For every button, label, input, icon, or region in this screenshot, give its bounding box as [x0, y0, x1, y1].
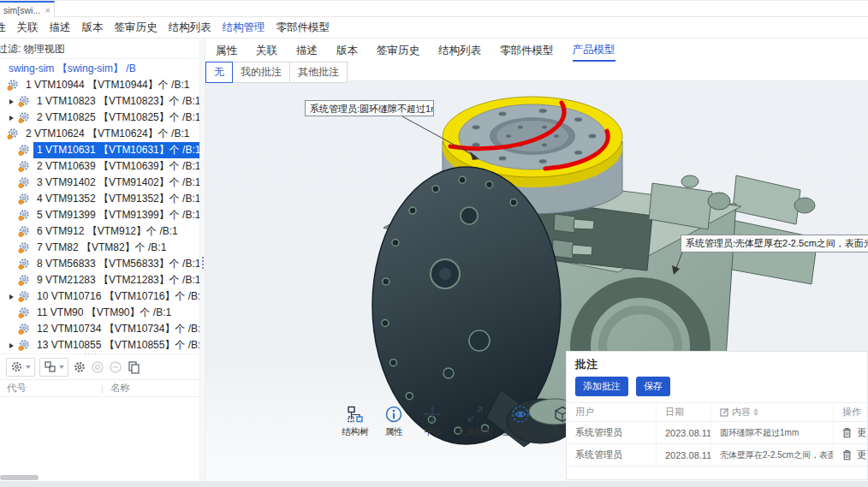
part-icon	[17, 111, 30, 124]
tree-item-label: 5 VTM91399 【VTM91399】个 /B:1	[33, 207, 199, 223]
tree-item-label: 12 VTM10734 【VTM10734】个 /B:1	[33, 321, 199, 337]
annotations-table: 用户 日期 内容 操作 系统管理员 2023.08.11 圆环缝隙不超过1mm …	[567, 402, 867, 466]
chevron-down-icon	[26, 365, 31, 369]
sort-icon[interactable]	[753, 408, 758, 416]
structure-tree-button[interactable]: 结构树	[341, 405, 370, 438]
document-tab[interactable]: sim[swi... ×	[0, 1, 55, 18]
tab-properties[interactable]: 属性	[216, 44, 237, 61]
close-icon[interactable]: ×	[45, 5, 51, 15]
tab-relation[interactable]: 关联	[256, 44, 277, 61]
tree-item-label: 9 VTM21283 【VTM21283】个 /B:1	[33, 272, 199, 288]
part-icon	[6, 79, 19, 92]
horizontal-scrollbar[interactable]	[0, 475, 39, 480]
copy-button[interactable]	[127, 358, 140, 377]
show-hide-button[interactable]: 显示隐藏	[502, 405, 538, 438]
annotation-operations: 更	[834, 422, 867, 443]
part-icon	[17, 95, 30, 108]
tree-root[interactable]: swing-sim 【swing-sim】 /B	[0, 61, 199, 77]
filter-label: 过滤: 物理视图	[0, 39, 199, 59]
tree-item[interactable]: 3 VTM91402 【VTM91402】个 /B:1	[0, 175, 199, 191]
annotation-row[interactable]: 系统管理员 2023.08.11 壳体壁厚在2-2.5cm之间，表面光滑无磨损 …	[567, 444, 867, 466]
subtab-none[interactable]: 无	[205, 62, 233, 83]
delete-icon[interactable]	[842, 449, 852, 460]
tab-sign-history[interactable]: 签审历史	[377, 44, 419, 61]
tree-item-label: 1 VTM10631 【VTM10631】个 /B:1	[33, 142, 199, 158]
delete-icon[interactable]	[842, 427, 852, 438]
subtab-other-annotations[interactable]: 其他批注	[289, 62, 348, 83]
annotation-row[interactable]: 系统管理员 2023.08.11 圆环缝隙不超过1mm 更	[567, 422, 867, 444]
view-menu-button[interactable]	[39, 358, 68, 377]
tab-description[interactable]: 描述	[296, 44, 318, 61]
part-icon	[17, 209, 30, 222]
annotation-content: 壳体壁厚在2-2.5cm之间，表面光滑无磨损	[711, 444, 834, 466]
column-code[interactable]: 代号	[0, 382, 101, 395]
tree-item[interactable]: 2 VTM10825 【VTM10825】个 /B:1	[0, 110, 199, 126]
more-action[interactable]: 更	[857, 448, 866, 461]
splitter-grip[interactable]	[202, 257, 204, 270]
save-annotation-button[interactable]: 保存	[636, 377, 670, 396]
tree-item[interactable]: 2 VTM10639 【VTM10639】个 /B:1	[0, 158, 199, 175]
tree-item-label: 3 VTM91402 【VTM91402】个 /B:1	[33, 175, 199, 191]
part-icon	[17, 258, 30, 270]
menu-item-version[interactable]: 版本	[82, 21, 104, 35]
properties-button[interactable]: 属性	[379, 405, 408, 438]
expand-arrow-icon[interactable]	[7, 113, 16, 122]
tab-product-model[interactable]: 产品模型	[573, 43, 615, 62]
tree-item[interactable]: 6 VTM912 【VTM912】个 /B:1	[0, 223, 199, 240]
tree-item[interactable]: 1 VTM10823 【VTM10823】个 /B:1	[0, 93, 199, 110]
annotations-table-header: 用户 日期 内容 操作	[567, 402, 867, 422]
tree-item[interactable]: 5 VTM91399 【VTM91399】个 /B:1	[0, 207, 199, 223]
more-action[interactable]: 更	[857, 426, 866, 439]
add-annotation-button[interactable]: 添加批注	[575, 377, 628, 396]
menu-item-description[interactable]: 描述	[50, 21, 71, 35]
component-menu-button[interactable]	[6, 358, 35, 377]
column-name[interactable]: 名称	[104, 382, 130, 395]
tree-item[interactable]: 8 VTM56833 【VTM56833】个 /B:1	[0, 256, 199, 272]
detail-tabs: 属性 关联 描述 版本 签审历史 结构列表 零部件模型 产品模型	[205, 39, 868, 61]
tree-item[interactable]: 7 VTM82 【VTM82】个 /B:1	[0, 240, 199, 256]
menu-item-part-model[interactable]: 零部件模型	[276, 21, 330, 35]
tree-item-label: 8 VTM56833 【VTM56833】个 /B:1	[33, 256, 199, 272]
tree-root-label: swing-sim 【swing-sim】 /B	[5, 61, 140, 77]
menu-item-structure-list[interactable]: 结构列表	[169, 21, 211, 35]
annotation-user: 系统管理员	[567, 422, 657, 443]
tree-item-label: 4 VTM91352 【VTM91352】个 /B:1	[33, 191, 199, 207]
menu-item-relation[interactable]: 关联	[17, 21, 39, 35]
bottom-strip	[0, 481, 868, 487]
tree-item-label: 11 VTM90 【VTM90】个 /B:1	[33, 305, 175, 321]
tree-item[interactable]: 11 VTM90 【VTM90】个 /B:1	[0, 305, 199, 321]
menu-item-sign-history[interactable]: 签审历史	[115, 21, 158, 35]
subtab-my-annotations[interactable]: 我的批注	[232, 62, 290, 83]
expand-arrow-icon[interactable]	[7, 292, 16, 301]
eye-icon	[511, 405, 530, 424]
expand-arrow-icon[interactable]	[7, 97, 16, 106]
panel-splitter[interactable]	[199, 39, 205, 481]
chevron-down-icon	[59, 365, 64, 369]
tree-item[interactable]: 9 VTM21283 【VTM21283】个 /B:1	[0, 272, 199, 288]
tree-item[interactable]: 12 VTM10734 【VTM10734】个 /B:1	[0, 321, 199, 337]
tree-item-label: 6 VTM912 【VTM912】个 /B:1	[33, 223, 181, 240]
tree-item[interactable]: 1 VTM10631 【VTM10631】个 /B:1	[0, 142, 199, 158]
fit-view-button[interactable]: 充满视图	[457, 405, 493, 438]
menu-item-structure-manage[interactable]: 结构管理	[223, 21, 265, 35]
tree-item[interactable]: 13 VTM10855 【VTM10855】个 /B:1	[0, 337, 199, 353]
annotation-operations: 更	[834, 444, 867, 466]
part-icon	[17, 193, 30, 205]
tree-item[interactable]: 1 VTM10944 【VTM10944】个 /B:1	[0, 77, 199, 93]
parts-table-header: 代号 | 名称	[0, 379, 199, 397]
tree-item[interactable]: 4 VTM91352 【VTM91352】个 /B:1	[0, 191, 199, 207]
tree-item[interactable]: 2 VTM10624 【VTM10624】个 /B:1	[0, 126, 199, 142]
tab-version[interactable]: 版本	[336, 44, 358, 61]
expand-arrow-icon[interactable]	[7, 341, 16, 350]
menu-item-cut[interactable]: 性	[0, 21, 6, 35]
annotation-callout-2[interactable]: 系统管理员:壳体壁厚在2-2.5cm之间，表面光滑无磨损	[681, 235, 868, 252]
fit-view-icon	[466, 405, 485, 424]
settings-gear-button[interactable]	[73, 358, 86, 377]
annotation-callout-1[interactable]: 系统管理员:圆环缝隙不超过1mm	[305, 100, 434, 116]
tree-item[interactable]: 10 VTM10716 【VTM10716】个 /B:1	[0, 288, 199, 305]
tab-part-model[interactable]: 零部件模型	[500, 44, 554, 61]
tree-item-label: 2 VTM10624 【VTM10624】个 /B:1	[22, 126, 193, 142]
pan-button[interactable]: 平移	[418, 405, 447, 438]
tab-structure-list[interactable]: 结构列表	[438, 44, 481, 61]
header-content[interactable]: 内容	[711, 403, 834, 421]
